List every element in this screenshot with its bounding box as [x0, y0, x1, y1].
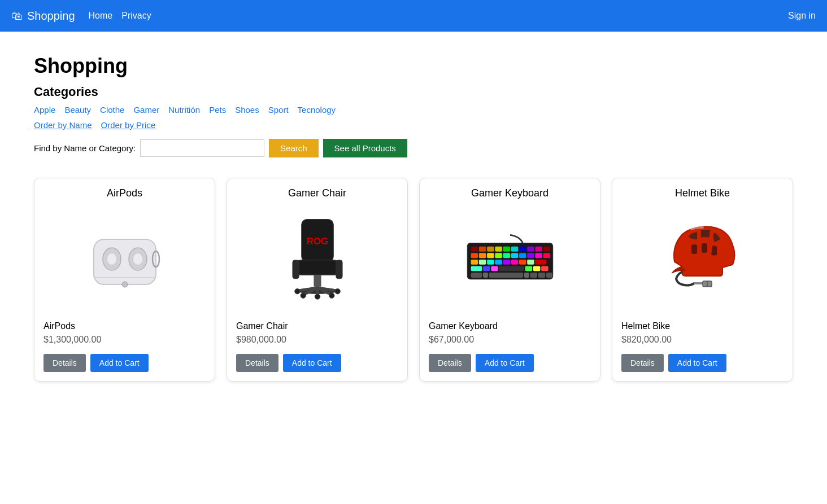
shopping-bag-icon: 🛍 [11, 10, 23, 23]
product-image-gamer-keyboard [429, 208, 591, 310]
main-content: Shopping Categories Apple Beauty Clothe … [0, 32, 827, 404]
svg-rect-64 [489, 273, 523, 278]
product-card-airpods: AirPods [34, 178, 215, 382]
svg-point-18 [294, 289, 299, 294]
svg-point-2 [107, 253, 116, 265]
categories-heading: Categories [34, 85, 793, 99]
airpods-svg [88, 228, 162, 290]
svg-rect-60 [533, 266, 539, 271]
order-by-name-link[interactable]: Order by Name [34, 120, 92, 130]
product-image-airpods [43, 208, 206, 310]
svg-rect-23 [292, 260, 298, 279]
add-to-cart-button-helmet-bike[interactable]: Add to Cart [668, 354, 726, 372]
details-button-helmet-bike[interactable]: Details [621, 354, 664, 372]
product-card-title-helmet-bike: Helmet Bike [675, 187, 730, 199]
category-link-gamer[interactable]: Gamer [133, 105, 159, 115]
svg-rect-46 [471, 260, 477, 265]
signin-link[interactable]: Sign in [788, 11, 816, 21]
category-link-clothe[interactable]: Clothe [100, 105, 124, 115]
svg-rect-43 [527, 253, 534, 258]
category-link-sport[interactable]: Sport [268, 105, 289, 115]
order-links: Order by Name Order by Price [34, 120, 793, 130]
svg-rect-28 [487, 247, 494, 252]
search-label: Find by Name or Category: [34, 143, 136, 153]
gamer-chair-svg: ROG [281, 217, 354, 301]
svg-rect-56 [483, 266, 490, 271]
svg-rect-66 [530, 273, 537, 278]
svg-rect-68 [546, 273, 552, 278]
category-link-tecnology[interactable]: Tecnology [298, 105, 336, 115]
products-grid: AirPods [34, 178, 793, 382]
svg-point-20 [301, 293, 306, 298]
brand-label: Shopping [27, 10, 75, 23]
card-buttons-gamer-keyboard: Details Add to Cart [429, 354, 534, 372]
svg-rect-48 [487, 260, 494, 265]
svg-rect-41 [511, 253, 517, 258]
svg-point-21 [329, 293, 334, 298]
nav-home[interactable]: Home [89, 11, 113, 21]
svg-point-22 [315, 294, 320, 299]
details-button-gamer-chair[interactable]: Details [236, 354, 278, 372]
product-price-gamer-keyboard: $67,000.00 [429, 335, 474, 345]
svg-rect-51 [511, 260, 517, 265]
svg-rect-53 [527, 260, 534, 265]
svg-rect-58 [499, 266, 524, 271]
svg-rect-59 [525, 266, 532, 271]
product-card-title-gamer-keyboard: Gamer Keyboard [471, 187, 549, 199]
category-link-nutritión[interactable]: Nutritión [168, 105, 200, 115]
page-title: Shopping [34, 54, 793, 78]
product-price-helmet-bike: $820,000.00 [621, 335, 672, 345]
svg-rect-65 [524, 273, 529, 278]
card-buttons-gamer-chair: Details Add to Cart [236, 354, 341, 372]
see-all-button[interactable]: See all Products [323, 139, 407, 157]
category-link-shoes[interactable]: Shoes [235, 105, 259, 115]
category-link-pets[interactable]: Pets [209, 105, 226, 115]
svg-rect-27 [478, 247, 485, 252]
svg-rect-35 [543, 247, 550, 252]
svg-rect-32 [519, 247, 526, 252]
product-name-gamer-keyboard: Gamer Keyboard [429, 321, 498, 331]
add-to-cart-button-gamer-keyboard[interactable]: Add to Cart [476, 354, 534, 372]
svg-rect-57 [491, 266, 498, 271]
product-name-helmet-bike: Helmet Bike [621, 321, 670, 331]
svg-rect-62 [471, 273, 482, 278]
add-to-cart-button-airpods[interactable]: Add to Cart [90, 354, 149, 372]
svg-rect-11 [314, 275, 321, 287]
product-price-airpods: $1,300,000.00 [43, 335, 101, 345]
svg-rect-38 [487, 253, 494, 258]
gamer-keyboard-svg [465, 234, 555, 284]
details-button-gamer-keyboard[interactable]: Details [429, 354, 471, 372]
svg-rect-39 [495, 253, 502, 258]
details-button-airpods[interactable]: Details [43, 354, 86, 372]
svg-rect-34 [535, 247, 542, 252]
search-button[interactable]: Search [269, 139, 319, 157]
svg-rect-10 [296, 260, 338, 275]
svg-rect-30 [503, 247, 510, 252]
add-to-cart-button-gamer-chair[interactable]: Add to Cart [283, 354, 341, 372]
svg-text:ROG: ROG [306, 236, 328, 247]
product-card-gamer-keyboard: Gamer Keyboard [419, 178, 600, 382]
order-by-price-link[interactable]: Order by Price [101, 120, 156, 130]
navbar-brand[interactable]: 🛍 Shopping [11, 10, 75, 23]
svg-rect-37 [478, 253, 485, 258]
svg-rect-45 [543, 253, 550, 258]
categories-list: Apple Beauty Clothe Gamer Nutritión Pets… [34, 105, 793, 115]
category-link-apple[interactable]: Apple [34, 105, 55, 115]
svg-rect-47 [478, 260, 485, 265]
svg-rect-67 [538, 273, 545, 278]
nav-privacy[interactable]: Privacy [121, 11, 151, 21]
search-input[interactable] [140, 139, 264, 157]
card-buttons-helmet-bike: Details Add to Cart [621, 354, 726, 372]
product-name-airpods: AirPods [43, 321, 75, 331]
navbar-nav: Home Privacy [89, 11, 789, 21]
product-card-gamer-chair: Gamer Chair ROG [227, 178, 408, 382]
helmet-bike-svg [666, 222, 739, 296]
navbar: 🛍 Shopping Home Privacy Sign in [0, 0, 827, 32]
svg-rect-36 [471, 253, 477, 258]
product-card-title-airpods: AirPods [107, 187, 142, 199]
product-name-gamer-chair: Gamer Chair [236, 321, 288, 331]
product-price-gamer-chair: $980,000.00 [236, 335, 286, 345]
category-link-beauty[interactable]: Beauty [64, 105, 91, 115]
svg-rect-55 [471, 266, 482, 271]
product-image-helmet-bike [621, 208, 784, 310]
